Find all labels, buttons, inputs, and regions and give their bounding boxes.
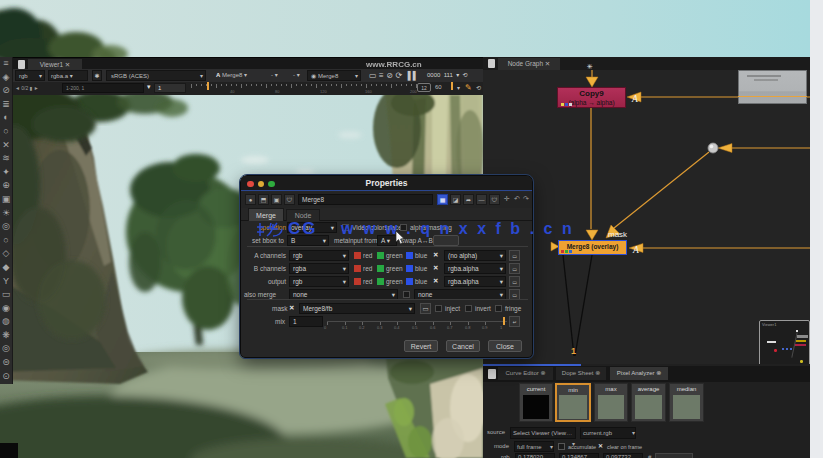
svg-text:mask: mask (608, 230, 628, 239)
svg-text:A: A (631, 94, 638, 104)
svg-text:✳: ✳ (587, 63, 593, 70)
svg-text:1: 1 (571, 346, 576, 356)
svg-text:A: A (632, 245, 639, 255)
